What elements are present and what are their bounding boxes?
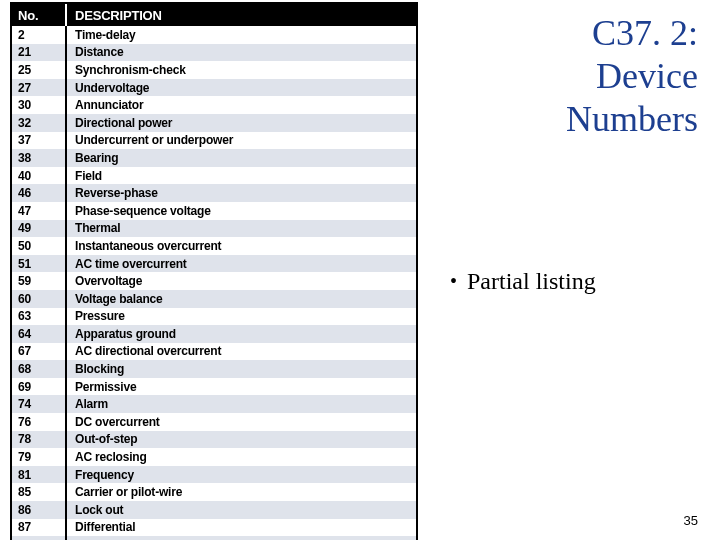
- cell-no: 27: [12, 79, 67, 97]
- cell-no: 64: [12, 325, 67, 343]
- table-row: 40Field: [12, 167, 416, 185]
- table-row: 25Synchronism-check: [12, 61, 416, 79]
- cell-desc: Reverse-phase: [67, 184, 416, 202]
- cell-desc: Alarm: [67, 395, 416, 413]
- table-row: 27Undervoltage: [12, 79, 416, 97]
- cell-no: 49: [12, 220, 67, 238]
- table-row: 21Distance: [12, 44, 416, 62]
- table-row: 68Blocking: [12, 360, 416, 378]
- table-row: 30Annunciator: [12, 96, 416, 114]
- cell-no: 37: [12, 132, 67, 150]
- cell-desc: Bearing: [67, 149, 416, 167]
- cell-no: 68: [12, 360, 67, 378]
- slide: No. DESCRIPTION 2Time-delay21Distance25S…: [0, 0, 720, 540]
- cell-no: 50: [12, 237, 67, 255]
- table-row: 78Out-of-step: [12, 431, 416, 449]
- title-line-3: Numbers: [448, 98, 698, 141]
- cell-no: 78: [12, 431, 67, 449]
- table-row: 81Frequency: [12, 466, 416, 484]
- title-line-2: Device: [448, 55, 698, 98]
- cell-desc: Phase-sequence voltage: [67, 202, 416, 220]
- cell-no: 51: [12, 255, 67, 273]
- cell-desc: Differential: [67, 519, 416, 537]
- cell-no: 74: [12, 395, 67, 413]
- cell-no: 32: [12, 114, 67, 132]
- slide-title: C37. 2: Device Numbers: [448, 12, 698, 142]
- cell-desc: Carrier or pilot-wire: [67, 483, 416, 501]
- cell-desc: Pressure: [67, 308, 416, 326]
- cell-desc: Overvoltage: [67, 272, 416, 290]
- table-row: 2Time-delay: [12, 26, 416, 44]
- table-row: 32Directional power: [12, 114, 416, 132]
- bullet-item: •Partial listing: [450, 268, 596, 295]
- cell-desc: Undervoltage: [67, 79, 416, 97]
- table-row: 94Tripping: [12, 536, 416, 540]
- cell-desc: Time-delay: [67, 26, 416, 44]
- table-row: 87Differential: [12, 519, 416, 537]
- cell-desc: Directional power: [67, 114, 416, 132]
- cell-desc: Apparatus ground: [67, 325, 416, 343]
- table-row: 74Alarm: [12, 395, 416, 413]
- cell-no: 25: [12, 61, 67, 79]
- cell-desc: Undercurrent or underpower: [67, 132, 416, 150]
- cell-desc: AC reclosing: [67, 448, 416, 466]
- cell-desc: Field: [67, 167, 416, 185]
- cell-no: 63: [12, 308, 67, 326]
- table-row: 64Apparatus ground: [12, 325, 416, 343]
- cell-no: 85: [12, 483, 67, 501]
- cell-no: 40: [12, 167, 67, 185]
- table-row: 51AC time overcurrent: [12, 255, 416, 273]
- cell-desc: Tripping: [67, 536, 416, 540]
- cell-desc: Blocking: [67, 360, 416, 378]
- cell-desc: Annunciator: [67, 96, 416, 114]
- bullet-text: Partial listing: [467, 268, 596, 294]
- cell-no: 79: [12, 448, 67, 466]
- cell-desc: Voltage balance: [67, 290, 416, 308]
- header-desc: DESCRIPTION: [67, 4, 416, 26]
- bullet-icon: •: [450, 270, 457, 293]
- table-row: 79AC reclosing: [12, 448, 416, 466]
- table-row: 49Thermal: [12, 220, 416, 238]
- cell-no: 87: [12, 519, 67, 537]
- cell-desc: Instantaneous overcurrent: [67, 237, 416, 255]
- cell-desc: Permissive: [67, 378, 416, 396]
- table-row: 85Carrier or pilot-wire: [12, 483, 416, 501]
- cell-desc: AC directional overcurrent: [67, 343, 416, 361]
- table-row: 50Instantaneous overcurrent: [12, 237, 416, 255]
- table-row: 76DC overcurrent: [12, 413, 416, 431]
- cell-no: 76: [12, 413, 67, 431]
- table-row: 60Voltage balance: [12, 290, 416, 308]
- cell-no: 81: [12, 466, 67, 484]
- table-row: 38Bearing: [12, 149, 416, 167]
- device-table: No. DESCRIPTION 2Time-delay21Distance25S…: [10, 2, 418, 540]
- table-row: 69Permissive: [12, 378, 416, 396]
- cell-desc: DC overcurrent: [67, 413, 416, 431]
- cell-desc: AC time overcurrent: [67, 255, 416, 273]
- cell-no: 38: [12, 149, 67, 167]
- cell-no: 30: [12, 96, 67, 114]
- table-row: 63Pressure: [12, 308, 416, 326]
- cell-no: 86: [12, 501, 67, 519]
- cell-no: 59: [12, 272, 67, 290]
- header-no: No.: [12, 4, 67, 26]
- table-row: 67AC directional overcurrent: [12, 343, 416, 361]
- table-row: 46Reverse-phase: [12, 184, 416, 202]
- table-row: 86Lock out: [12, 501, 416, 519]
- cell-desc: Out-of-step: [67, 431, 416, 449]
- cell-desc: Distance: [67, 44, 416, 62]
- cell-desc: Thermal: [67, 220, 416, 238]
- table-row: 37Undercurrent or underpower: [12, 132, 416, 150]
- cell-no: 2: [12, 26, 67, 44]
- cell-no: 60: [12, 290, 67, 308]
- cell-no: 47: [12, 202, 67, 220]
- title-line-1: C37. 2:: [448, 12, 698, 55]
- page-number: 35: [684, 513, 698, 528]
- cell-no: 94: [12, 536, 67, 540]
- cell-desc: Lock out: [67, 501, 416, 519]
- cell-desc: Synchronism-check: [67, 61, 416, 79]
- cell-no: 67: [12, 343, 67, 361]
- cell-no: 69: [12, 378, 67, 396]
- cell-no: 46: [12, 184, 67, 202]
- table-row: 59Overvoltage: [12, 272, 416, 290]
- table-header-row: No. DESCRIPTION: [12, 4, 416, 26]
